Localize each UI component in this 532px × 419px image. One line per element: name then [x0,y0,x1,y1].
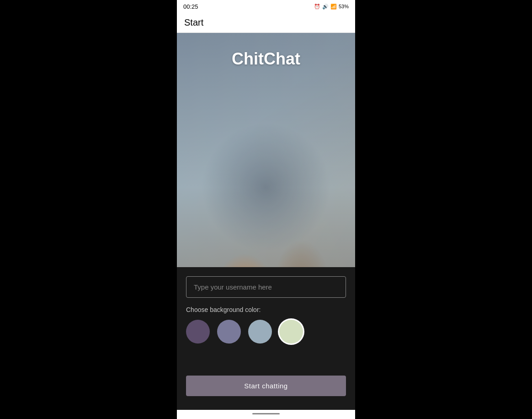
color-label: Choose background color: [186,306,346,313]
bottom-panel: Choose background color: Start chatting [177,267,355,410]
app-name-title: ChitChat [177,49,355,69]
hero-area: ChitChat Choose background color: Start … [177,33,355,419]
color-option-dark-purple[interactable] [186,320,210,344]
nav-indicator [252,413,280,414]
username-input[interactable] [186,276,346,298]
sound-icon: 🔊 [322,4,329,10]
color-option-medium-purple[interactable] [217,320,241,344]
color-option-light-blue[interactable] [248,320,272,344]
app-bar-title: Start [184,17,203,27]
wifi-icon: 📶 [330,4,337,10]
start-chatting-button[interactable]: Start chatting [186,376,346,396]
battery-text: 53% [339,4,349,9]
color-option-light-green[interactable] [279,320,303,344]
status-time: 00:25 [183,3,198,10]
status-icons: ⏰ 🔊 📶 53% [314,4,349,10]
phone-container: 00:25 ⏰ 🔊 📶 53% Start ChitChat Choose ba… [177,0,355,419]
status-bar: 00:25 ⏰ 🔊 📶 53% [177,0,355,13]
app-bar: Start [177,13,355,33]
color-options [186,320,346,344]
alarm-icon: ⏰ [314,4,320,10]
